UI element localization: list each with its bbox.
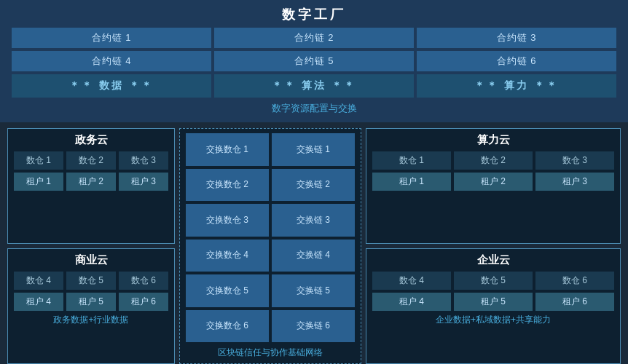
exchange-chain-6: 交换链 6 [272,310,355,343]
gov-warehouse-2: 数仓 2 [66,151,116,170]
compute-warehouse-3: 数仓 3 [535,151,614,170]
compute-cloud-row2: 租户 1 租户 2 租户 3 [372,173,614,191]
contract-3: 合约链 3 [417,28,616,48]
algo-cell: ＊＊ 算法 ＊＊ [214,74,414,98]
biz-cloud-row1: 数仓 4 数仓 5 数仓 6 [14,272,168,290]
bottom-section: 政务云 数仓 1 数仓 2 数仓 3 租户 1 租户 2 租户 3 商业云 数仓… [0,122,628,364]
enterprise-tenant-5: 租户 5 [454,293,533,311]
compute-warehouse-1: 数仓 1 [372,151,451,170]
gov-cloud-title: 政务云 [14,133,168,147]
enterprise-cloud-label: 企业数据+私域数据+共享能力 [372,314,614,326]
compute-tenant-3: 租户 3 [535,173,614,191]
page-title: 数字工厂 [12,6,616,23]
enterprise-cloud-box: 企业云 数仓 4 数仓 5 数仓 6 租户 4 租户 5 租户 6 企业数据+私… [366,248,621,364]
enterprise-cloud-row1: 数仓 4 数仓 5 数仓 6 [372,272,614,290]
biz-cloud-box: 商业云 数仓 4 数仓 5 数仓 6 租户 4 租户 5 租户 6 政务数据+行… [7,248,175,364]
exchange-chain-4: 交换链 4 [272,240,355,272]
exchange-warehouse-1: 交换数仓 1 [186,133,269,166]
exchange-chain-1: 交换链 1 [272,133,355,166]
biz-tenant-4: 租户 4 [14,293,63,311]
biz-tenant-5: 租户 5 [66,293,116,311]
contract-6: 合约链 6 [417,51,616,71]
biz-warehouse-5: 数仓 5 [66,272,116,290]
enterprise-warehouse-6: 数仓 6 [535,272,614,290]
center-panel: 交换数仓 1 交换链 1 交换数仓 2 交换链 2 交换数仓 3 交换链 3 交… [179,128,361,364]
contract-1: 合约链 1 [12,28,211,48]
biz-tenant-6: 租户 6 [119,293,168,311]
compute-tenant-1: 租户 1 [372,173,451,191]
gov-tenant-3: 租户 3 [119,173,168,191]
exchange-chain-2: 交换链 2 [272,169,355,202]
exchange-chain-5: 交换链 5 [272,274,355,307]
gov-warehouse-1: 数仓 1 [14,151,63,170]
data-row: ＊＊ 数据 ＊＊ ＊＊ 算法 ＊＊ ＊＊ 算力 ＊＊ [12,74,616,98]
contract-5: 合约链 5 [214,51,414,71]
enterprise-tenant-6: 租户 6 [535,293,614,311]
enterprise-cloud-row2: 租户 4 租户 5 租户 6 [372,293,614,311]
contract-2: 合约链 2 [214,28,414,48]
gov-cloud-row1: 数仓 1 数仓 2 数仓 3 [14,151,168,170]
biz-cloud-row2: 租户 4 租户 5 租户 6 [14,293,168,311]
exchange-chain-3: 交换链 3 [272,204,355,237]
exchange-warehouse-3: 交换数仓 3 [186,204,269,237]
enterprise-cloud-title: 企业云 [372,253,614,267]
enterprise-tenant-4: 租户 4 [372,293,451,311]
gov-warehouse-3: 数仓 3 [119,151,168,170]
right-panel: 算力云 数仓 1 数仓 2 数仓 3 租户 1 租户 2 租户 3 企业云 数仓… [366,128,621,364]
left-panel: 政务云 数仓 1 数仓 2 数仓 3 租户 1 租户 2 租户 3 商业云 数仓… [7,128,175,364]
top-section: 数字工厂 合约链 1 合约链 2 合约链 3 合约链 4 合约链 5 合约链 6… [0,0,628,122]
compute-warehouse-2: 数仓 2 [454,151,533,170]
contract-row1: 合约链 1 合约链 2 合约链 3 [12,28,616,48]
contract-row2: 合约链 4 合约链 5 合约链 6 [12,51,616,71]
center-grid: 交换数仓 1 交换链 1 交换数仓 2 交换链 2 交换数仓 3 交换链 3 交… [186,133,355,342]
biz-cloud-label: 政务数据+行业数据 [14,314,168,326]
gov-tenant-2: 租户 2 [66,173,116,191]
enterprise-warehouse-5: 数仓 5 [454,272,533,290]
compute-tenant-2: 租户 2 [454,173,533,191]
blockchain-label: 区块链信任与协作基础网络 [186,347,355,359]
biz-cloud-title: 商业云 [14,253,168,267]
compute-cloud-box: 算力云 数仓 1 数仓 2 数仓 3 租户 1 租户 2 租户 3 [366,128,621,244]
exchange-warehouse-6: 交换数仓 6 [186,310,269,343]
gov-tenant-1: 租户 1 [14,173,63,191]
subtitle: 数字资源配置与交换 [12,102,616,118]
exchange-warehouse-5: 交换数仓 5 [186,274,269,307]
biz-warehouse-6: 数仓 6 [119,272,168,290]
data-cell: ＊＊ 数据 ＊＊ [12,74,211,98]
gov-cloud-row2: 租户 1 租户 2 租户 3 [14,173,168,191]
biz-warehouse-4: 数仓 4 [14,272,63,290]
exchange-warehouse-2: 交换数仓 2 [186,169,269,202]
compute-cloud-row1: 数仓 1 数仓 2 数仓 3 [372,151,614,170]
contract-4: 合约链 4 [12,51,211,71]
enterprise-warehouse-4: 数仓 4 [372,272,451,290]
exchange-warehouse-4: 交换数仓 4 [186,240,269,272]
compute-cloud-title: 算力云 [372,133,614,147]
compute-cell: ＊＊ 算力 ＊＊ [417,74,616,98]
gov-cloud-box: 政务云 数仓 1 数仓 2 数仓 3 租户 1 租户 2 租户 3 [7,128,175,244]
